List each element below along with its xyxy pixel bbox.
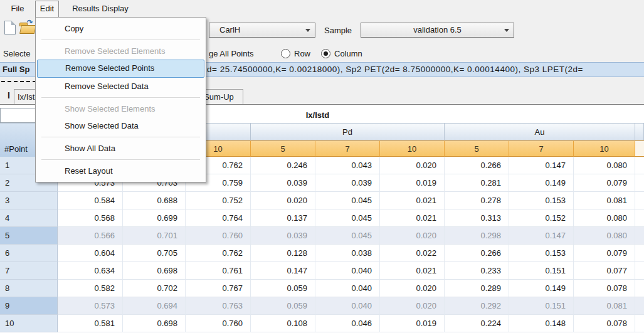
- column-group-header[interactable]: Au: [445, 123, 635, 140]
- cell[interactable]: 0.078: [574, 280, 635, 297]
- cell[interactable]: 0.059: [251, 280, 315, 297]
- menu-item-remove-selected-data[interactable]: Remove Selected Data: [37, 78, 204, 95]
- sample-combobox[interactable]: validation 6.5: [361, 23, 514, 38]
- row-header[interactable]: 8: [0, 280, 58, 297]
- menu-item-reset-layout[interactable]: Reset Layout: [37, 162, 204, 179]
- cell[interactable]: 0.040: [315, 297, 380, 315]
- cell[interactable]: 0.764: [186, 209, 251, 227]
- cell[interactable]: 0.045: [315, 227, 380, 245]
- cell[interactable]: 0.021: [380, 192, 445, 209]
- cell[interactable]: 0.760: [186, 227, 251, 245]
- cell[interactable]: 0.752: [186, 192, 251, 209]
- row-header[interactable]: 6: [0, 245, 58, 262]
- column-header[interactable]: 10: [380, 140, 445, 157]
- column-group-header[interactable]: Pd: [251, 123, 445, 140]
- cell[interactable]: 0.081: [574, 192, 635, 209]
- menu-file[interactable]: File: [5, 1, 30, 16]
- column-header[interactable]: 5: [445, 140, 509, 157]
- row-header[interactable]: 10: [0, 315, 58, 332]
- cell[interactable]: 0.694: [123, 297, 186, 315]
- cell[interactable]: 0.266: [445, 157, 509, 174]
- cell[interactable]: 0.701: [123, 227, 186, 245]
- cell[interactable]: 0.767: [186, 280, 251, 297]
- cell[interactable]: 0.224: [445, 315, 509, 332]
- cell[interactable]: 0.568: [58, 209, 123, 227]
- menu-results-display[interactable]: Results Display: [64, 1, 137, 16]
- cell[interactable]: 0.019: [380, 315, 445, 332]
- cell[interactable]: 0.147: [509, 157, 574, 174]
- cell[interactable]: 0.108: [251, 315, 315, 332]
- cell[interactable]: 0.688: [123, 192, 186, 209]
- cell[interactable]: 0.151: [509, 262, 574, 280]
- cell[interactable]: 0.151: [509, 297, 574, 315]
- cell[interactable]: 0.020: [380, 157, 445, 174]
- cell[interactable]: 0.266: [445, 245, 509, 262]
- menu-item-copy[interactable]: Copy: [37, 20, 204, 37]
- cell[interactable]: 0.634: [58, 262, 123, 280]
- cell[interactable]: 0.040: [315, 280, 380, 297]
- cell[interactable]: 0.152: [509, 209, 574, 227]
- cell[interactable]: 0.246: [251, 157, 315, 174]
- cell[interactable]: 0.278: [445, 192, 509, 209]
- cell[interactable]: 0.147: [509, 227, 574, 245]
- cell[interactable]: 0.153: [509, 192, 574, 209]
- cell[interactable]: 0.021: [380, 262, 445, 280]
- cell[interactable]: 0.020: [251, 192, 315, 209]
- cell[interactable]: 0.699: [123, 209, 186, 227]
- menu-item-remove-selected-points[interactable]: Remove Selected Points: [37, 60, 204, 78]
- row-header[interactable]: 3: [0, 192, 58, 209]
- column-header[interactable]: 7: [315, 140, 380, 157]
- column-header[interactable]: 10: [574, 140, 635, 157]
- cell[interactable]: 0.584: [58, 192, 123, 209]
- cell[interactable]: 0.079: [574, 245, 635, 262]
- cell[interactable]: 0.153: [509, 245, 574, 262]
- cell[interactable]: 0.081: [574, 297, 635, 315]
- cell[interactable]: 0.080: [574, 227, 635, 245]
- cell[interactable]: 0.698: [123, 315, 186, 332]
- cell[interactable]: 0.019: [380, 174, 445, 192]
- cell[interactable]: 0.763: [186, 297, 251, 315]
- cell[interactable]: 0.020: [380, 227, 445, 245]
- column-header[interactable]: 7: [509, 140, 574, 157]
- cell[interactable]: 0.761: [186, 262, 251, 280]
- new-file-icon[interactable]: [4, 21, 16, 34]
- row-radio-label[interactable]: Row: [294, 49, 310, 58]
- column-radio[interactable]: [321, 49, 330, 58]
- cell[interactable]: 0.149: [509, 174, 574, 192]
- cell[interactable]: 0.039: [315, 174, 380, 192]
- cell[interactable]: 0.149: [509, 280, 574, 297]
- cell[interactable]: 0.573: [58, 297, 123, 315]
- cell[interactable]: 0.298: [445, 227, 509, 245]
- cell[interactable]: 0.059: [251, 297, 315, 315]
- cell[interactable]: 0.040: [315, 262, 380, 280]
- cell[interactable]: 0.045: [315, 192, 380, 209]
- cell[interactable]: 0.043: [315, 157, 380, 174]
- menu-item-show-all-data[interactable]: Show All Data: [37, 140, 204, 157]
- cell[interactable]: 0.760: [186, 315, 251, 332]
- cell[interactable]: 0.020: [380, 297, 445, 315]
- cell[interactable]: 0.128: [251, 245, 315, 262]
- cell[interactable]: 0.762: [186, 245, 251, 262]
- row-header[interactable]: 4: [0, 209, 58, 227]
- cell[interactable]: 0.313: [445, 209, 509, 227]
- cell[interactable]: 0.045: [315, 209, 380, 227]
- menu-item-show-selected-data[interactable]: Show Selected Data: [37, 117, 204, 134]
- cell[interactable]: 0.289: [445, 280, 509, 297]
- cell[interactable]: 0.020: [380, 280, 445, 297]
- cell[interactable]: 0.233: [445, 262, 509, 280]
- cell[interactable]: 0.079: [574, 174, 635, 192]
- spectrum-combobox[interactable]: CarlH: [209, 23, 315, 38]
- cell[interactable]: 0.702: [123, 280, 186, 297]
- cell[interactable]: 0.281: [445, 174, 509, 192]
- row-header[interactable]: 9: [0, 297, 58, 315]
- cell[interactable]: 0.698: [123, 262, 186, 280]
- column-header[interactable]: 5: [251, 140, 315, 157]
- column-radio-label[interactable]: Column: [334, 49, 362, 58]
- cell[interactable]: 0.021: [380, 209, 445, 227]
- cell[interactable]: 0.038: [315, 245, 380, 262]
- cell[interactable]: 0.705: [123, 245, 186, 262]
- row-header[interactable]: 5: [0, 227, 58, 245]
- cell[interactable]: 0.046: [315, 315, 380, 332]
- row-radio[interactable]: [281, 49, 290, 58]
- cell[interactable]: 0.604: [58, 245, 123, 262]
